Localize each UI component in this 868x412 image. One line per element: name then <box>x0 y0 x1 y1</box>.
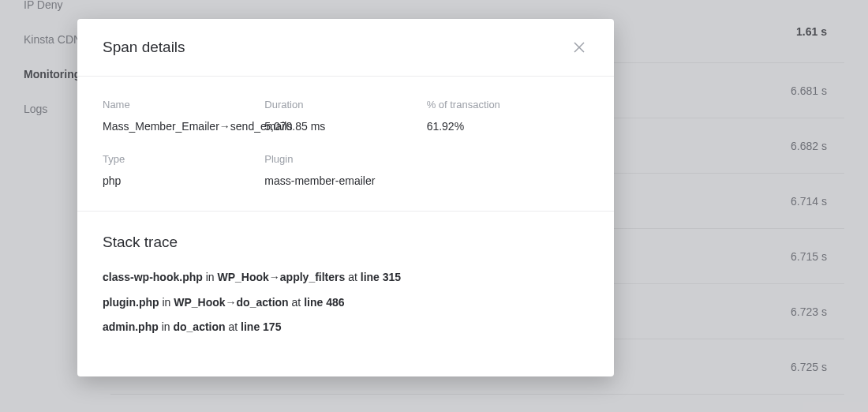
trace-sep: at <box>289 296 304 309</box>
close-button[interactable] <box>570 38 589 57</box>
modal-header: Span details <box>77 19 614 76</box>
stack-trace-title: Stack trace <box>103 234 589 251</box>
details-section: Name Mass_Member_Emailer→send_emails Dur… <box>77 77 614 211</box>
trace-file: admin.php <box>103 320 159 333</box>
trace-line-no: line 175 <box>241 320 281 333</box>
trace-line-no: line 315 <box>361 271 401 283</box>
field-duration: Duration 5,070.85 ms <box>264 99 426 133</box>
field-label: Type <box>103 153 264 165</box>
field-value: Mass_Member_Emailer→send_emails <box>103 120 264 133</box>
trace-sep: in <box>159 320 174 333</box>
stack-trace-line: admin.php in do_action at line 175 <box>103 320 589 335</box>
stack-trace-line: class-wp-hook.php in WP_Hook→apply_filte… <box>103 270 589 286</box>
trace-func: do_action <box>173 320 225 333</box>
trace-func: WP_Hook→apply_filters <box>217 271 345 283</box>
modal-title: Span details <box>103 39 185 56</box>
field-value: php <box>103 174 264 187</box>
field-pct: % of transaction 61.92% <box>427 99 589 133</box>
trace-sep: in <box>159 296 174 309</box>
trace-sep: at <box>226 320 241 333</box>
trace-sep: in <box>203 271 218 283</box>
field-label: % of transaction <box>427 99 589 110</box>
trace-file: class-wp-hook.php <box>103 271 203 283</box>
field-name: Name Mass_Member_Emailer→send_emails <box>103 99 264 133</box>
stack-trace-section: Stack trace class-wp-hook.php in WP_Hook… <box>77 212 614 376</box>
trace-func: WP_Hook→do_action <box>174 296 288 309</box>
field-label: Plugin <box>264 153 426 165</box>
field-label: Name <box>103 99 264 110</box>
field-value: 5,070.85 ms <box>264 120 426 133</box>
trace-sep: at <box>345 271 360 283</box>
field-plugin: Plugin mass-member-emailer <box>264 153 426 187</box>
field-value: 61.92% <box>427 120 589 133</box>
trace-line-no: line 486 <box>304 296 344 309</box>
field-value: mass-member-emailer <box>264 174 426 187</box>
field-label: Duration <box>264 99 426 110</box>
span-details-modal: Span details Name Mass_Member_Emailer→se… <box>77 19 614 376</box>
close-icon <box>574 42 585 53</box>
field-type: Type php <box>103 153 264 187</box>
stack-trace-line: plugin.php in WP_Hook→do_action at line … <box>103 295 589 311</box>
trace-file: plugin.php <box>103 296 159 309</box>
